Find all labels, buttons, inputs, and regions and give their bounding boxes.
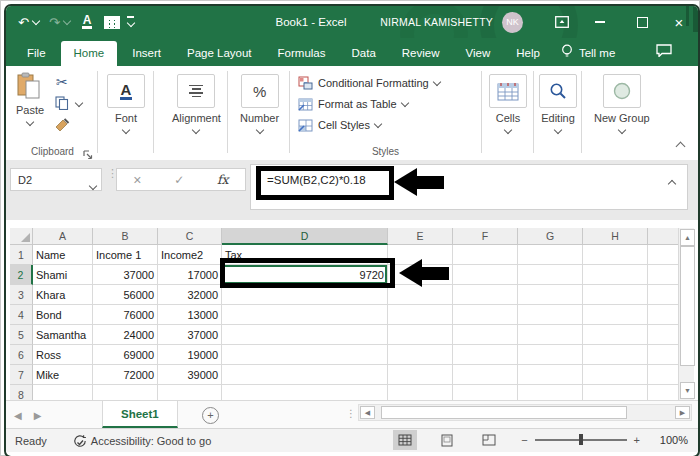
row-header-8[interactable]: 8 — [10, 385, 33, 400]
cell-G4[interactable] — [518, 305, 583, 325]
clipboard-dialog-launcher-icon[interactable] — [83, 146, 93, 156]
cell-A8[interactable] — [33, 385, 93, 400]
tab-insert[interactable]: Insert — [119, 41, 174, 66]
cell-A4[interactable]: Bond — [33, 305, 93, 325]
page-break-preview-icon[interactable] — [477, 430, 501, 450]
cell-A3[interactable]: Khara — [33, 285, 93, 305]
cell-partial-8[interactable] — [648, 385, 678, 400]
new-sheet-icon[interactable]: + — [202, 407, 219, 424]
cell-partial-4[interactable] — [648, 305, 678, 325]
copy-icon[interactable] — [55, 96, 69, 114]
number-dropdown-icon[interactable] — [255, 126, 263, 134]
tab-data[interactable]: Data — [339, 41, 389, 66]
scroll-right-icon[interactable]: ▶ — [675, 406, 690, 419]
tab-help[interactable]: Help — [503, 41, 553, 66]
conditional-formatting-button[interactable]: Conditional Formatting — [298, 75, 440, 91]
cells-button[interactable]: Cells — [489, 74, 527, 135]
zoom-in-icon[interactable]: + — [634, 434, 640, 446]
tab-review[interactable]: Review — [389, 41, 453, 66]
alignment-dropdown-icon[interactable] — [192, 126, 200, 134]
feedback-comment-icon[interactable] — [646, 38, 682, 66]
cell-C7[interactable]: 39000 — [158, 365, 222, 385]
sheet-tab-sheet1[interactable]: Sheet1 — [102, 401, 178, 428]
customize-qat-icon[interactable] — [127, 16, 134, 27]
maximize-button[interactable] — [631, 11, 653, 33]
cell-D6[interactable] — [222, 345, 388, 365]
paste-dropdown-icon[interactable] — [26, 118, 34, 126]
horizontal-scroll-thumb[interactable] — [381, 406, 627, 419]
cell-C8[interactable] — [158, 385, 222, 400]
tab-tell-me[interactable]: Tell me — [575, 41, 628, 66]
conditional-formatting-dropdown-icon[interactable] — [432, 78, 440, 86]
cell-C6[interactable]: 19000 — [158, 345, 222, 365]
editing-button[interactable]: Editing — [539, 74, 577, 135]
tab-page-layout[interactable]: Page Layout — [174, 41, 265, 66]
cell-C1[interactable]: Income2 — [158, 245, 222, 265]
cut-icon[interactable]: ✂ — [56, 74, 68, 90]
close-button[interactable]: × — [668, 11, 690, 33]
column-header-E[interactable]: E — [388, 228, 453, 245]
format-as-table-button[interactable]: Format as Table — [298, 96, 440, 112]
undo-icon[interactable]: ↶ — [18, 15, 29, 30]
scrollbar-resize-handle[interactable]: ⋮ — [346, 408, 356, 419]
insert-function-icon[interactable]: fx — [217, 172, 229, 187]
enter-check-icon[interactable]: ✓ — [174, 173, 184, 187]
cell-partial-7[interactable] — [648, 365, 678, 385]
cell-B1[interactable]: Income 1 — [93, 245, 158, 265]
cell-partial-3[interactable] — [648, 285, 678, 305]
cell-E4[interactable] — [388, 305, 453, 325]
cell-D8[interactable] — [222, 385, 388, 400]
column-header-C[interactable]: C — [158, 228, 222, 245]
cell-H4[interactable] — [583, 305, 648, 325]
cell-G3[interactable] — [518, 285, 583, 305]
cell-E8[interactable] — [388, 385, 453, 400]
cell-H1[interactable] — [583, 245, 648, 265]
sheet-nav-right-icon[interactable]: ▶ — [34, 410, 42, 421]
cell-F7[interactable] — [453, 365, 518, 385]
cell-C2[interactable]: 17000 — [158, 265, 222, 285]
cell-B2[interactable]: 37000 — [93, 265, 158, 285]
vertical-scroll-thumb[interactable] — [680, 246, 695, 366]
cell-B7[interactable]: 72000 — [93, 365, 158, 385]
avatar[interactable]: NK — [502, 12, 523, 33]
column-header-partial[interactable] — [648, 228, 678, 245]
cell-F1[interactable] — [453, 245, 518, 265]
cell-B6[interactable]: 69000 — [93, 345, 158, 365]
cell-D3[interactable] — [222, 285, 388, 305]
cell-F3[interactable] — [453, 285, 518, 305]
cell-G2[interactable] — [518, 265, 583, 285]
column-header-B[interactable]: B — [93, 228, 158, 245]
row-header-3[interactable]: 3 — [10, 285, 33, 305]
expand-formula-bar-icon[interactable] — [669, 175, 675, 193]
cell-styles-dropdown-icon[interactable] — [374, 120, 382, 128]
cell-C3[interactable]: 32000 — [158, 285, 222, 305]
zoom-slider[interactable] — [535, 439, 627, 441]
scroll-left-icon[interactable]: ◀ — [360, 406, 375, 419]
cell-H3[interactable] — [583, 285, 648, 305]
cell-F5[interactable] — [453, 325, 518, 345]
cell-E3[interactable] — [388, 285, 453, 305]
cell-D5[interactable] — [222, 325, 388, 345]
copy-dropdown-icon[interactable] — [75, 99, 83, 107]
editing-dropdown-icon[interactable] — [554, 126, 562, 134]
cell-B5[interactable]: 24000 — [93, 325, 158, 345]
cell-A2[interactable]: Shami — [33, 265, 93, 285]
scroll-down-icon[interactable]: ▼ — [680, 382, 695, 399]
row-header-4[interactable]: 4 — [10, 305, 33, 325]
format-painter-icon[interactable] — [54, 118, 70, 136]
cell-B4[interactable]: 76000 — [93, 305, 158, 325]
format-as-table-dropdown-icon[interactable] — [400, 99, 408, 107]
cell-D4[interactable] — [222, 305, 388, 325]
accessibility-status[interactable]: Accessibility: Good to go — [91, 435, 211, 447]
cell-H7[interactable] — [583, 365, 648, 385]
cell-A6[interactable]: Ross — [33, 345, 93, 365]
cell-A5[interactable]: Samantha — [33, 325, 93, 345]
cell-partial-1[interactable] — [648, 245, 678, 265]
borders-grid-icon[interactable] — [105, 17, 119, 28]
cell-B8[interactable] — [93, 385, 158, 400]
cell-partial-6[interactable] — [648, 345, 678, 365]
cell-G7[interactable] — [518, 365, 583, 385]
row-header-5[interactable]: 5 — [10, 325, 33, 345]
zoom-level[interactable]: 100% — [654, 434, 688, 446]
cell-partial-5[interactable] — [648, 325, 678, 345]
